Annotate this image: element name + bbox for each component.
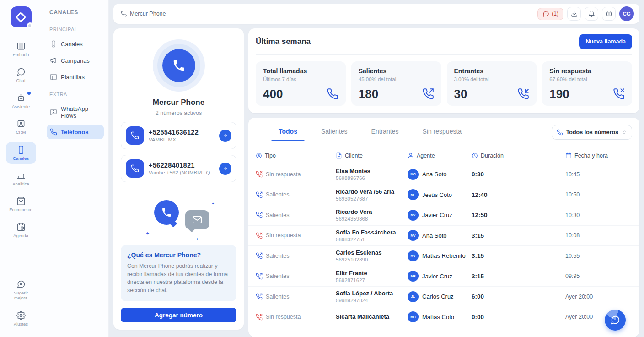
client-name: Sofía Fo Fassárchera (336, 229, 408, 236)
phone-missed-icon (256, 314, 263, 321)
sidebar-item-analitica[interactable]: Analítica (6, 168, 36, 190)
open-number-button[interactable] (219, 163, 231, 175)
sidebar-item-campanas[interactable]: Campañas (47, 53, 104, 68)
client-phone: 5692871627 (336, 277, 408, 283)
table-row[interactable]: Salientes Ricardo Vera /56 arla 56930527… (248, 185, 639, 206)
call-duration: 3:15 (472, 232, 565, 239)
gear-icon (16, 311, 26, 320)
sidebar-item-sugerir-mejora[interactable]: Sugerir mejora (6, 277, 36, 304)
client-name: Ricardo Vera (336, 208, 408, 215)
phone-outgoing-icon (256, 191, 263, 198)
rail-item-label: Asistente (12, 104, 30, 109)
sidebar-section-principal: PRINCIPAL (49, 27, 104, 32)
sidebar-item-label: Plantillas (61, 74, 85, 81)
stat-title: Total llamadas (263, 67, 338, 75)
sidebar-item-agenda[interactable]: Agenda (6, 219, 36, 241)
breadcrumb-label: Mercur Phone (130, 11, 166, 17)
phone-number: +525541636122 (149, 129, 215, 136)
phone-panel: Mercur Phone 2 números activos +52554163… (113, 28, 244, 330)
panel-title: Mercur Phone (153, 98, 204, 107)
template-icon (50, 73, 57, 81)
sidebar-item-canales[interactable]: Canales (6, 142, 36, 164)
agent-name: Carlos Cruz (422, 293, 454, 300)
stat-title: Entrantes (454, 67, 530, 75)
rail-item-label: Canales (13, 156, 29, 161)
chat-fab-button[interactable] (605, 310, 626, 331)
stat-value: 180 (359, 88, 378, 100)
sidebar-item-canales-sub[interactable]: Canales (47, 37, 104, 51)
tab-todos[interactable]: Todos (267, 123, 309, 141)
table-row[interactable]: Salientes Sofía López / Aborta 599892978… (248, 287, 639, 307)
table-row[interactable]: Sin respuesta Sofía Fo Fassárchera 56983… (248, 226, 639, 246)
phone-icon (557, 129, 563, 136)
client-name: Carlos Escienas (336, 249, 408, 256)
user-icon (408, 152, 414, 159)
add-number-button[interactable]: Agregar número (121, 308, 236, 322)
table-row[interactable]: Salientes Elitr Frante 5692871627 ME Jav… (248, 266, 639, 287)
client-phone: 56925102890 (336, 257, 408, 262)
rail-item-label: Ajustes (14, 321, 28, 326)
table-row[interactable]: Salientes Ricardo Vera 56924359868 MV Ja… (248, 205, 639, 226)
chevron-up-down-icon (622, 130, 627, 135)
tab-sin-respuesta[interactable]: Sin respuesta (411, 123, 474, 141)
call-duration: 3:15 (472, 252, 565, 259)
call-datetime: 10:45 (565, 171, 632, 178)
sparkle-icon: ✦ (212, 202, 215, 206)
download-button[interactable] (567, 7, 581, 21)
filter-label: Todos los números (566, 129, 618, 136)
user-avatar[interactable]: CG (619, 6, 634, 21)
agent-name: Matías Coto (422, 314, 454, 321)
sidebar-item-chat[interactable]: Chat (6, 64, 36, 86)
stat-title: Salientes (359, 67, 434, 75)
table-row[interactable]: Salientes Carlos Escienas 56925102890 MV… (248, 246, 639, 266)
phone-missed-icon (256, 232, 263, 239)
calls-tabs: Todos Salientes Entrantes Sin respuesta (256, 123, 492, 141)
tab-salientes[interactable]: Salientes (309, 123, 360, 141)
sidebar-item-ecommerce[interactable]: Ecommerce (6, 193, 36, 215)
agent-avatar: ME (408, 189, 419, 200)
phone-icon (327, 88, 338, 100)
sidebar-item-telefonos[interactable]: Teléfonos (47, 125, 104, 139)
alert-bubble-icon (542, 11, 549, 17)
client-phone: 59989297824 (336, 298, 408, 303)
sidebar-item-plantillas[interactable]: Plantillas (47, 70, 104, 84)
phone-number-card[interactable]: +525541636122 VAMBE MX (121, 122, 236, 149)
call-type-label: Salientes (266, 253, 289, 259)
call-duration: 0:30 (472, 171, 565, 178)
stat-subtitle: 67.60% del total (549, 76, 625, 82)
agent-avatar: JL (408, 291, 419, 302)
table-row[interactable]: Sin respuesta Sícarta Malicanieta MC Mat… (248, 307, 639, 328)
sidebar-item-crm[interactable]: CRM (6, 116, 36, 138)
channels-sidebar: CANALES PRINCIPAL Canales Campañas Plant… (42, 0, 109, 337)
phone-number-card[interactable]: +56228401821 Vambe +562 (NOMBRE Q (121, 155, 236, 182)
tab-entrantes[interactable]: Entrantes (360, 123, 411, 141)
assistant-bot-button[interactable] (602, 7, 616, 21)
call-type-label: Salientes (266, 212, 289, 218)
target-icon (256, 152, 262, 159)
sidebar-item-embudo[interactable]: Embudo (6, 38, 36, 60)
sidebar-item-label: Teléfonos (61, 129, 88, 136)
table-row[interactable]: Sin respuesta Elsa Montes 5698896766 MC … (248, 164, 639, 185)
notifications-button[interactable] (585, 7, 598, 21)
stat-subtitle: 3.00% del total (454, 76, 530, 82)
stat-card-entrantes: Entrantes 3.00% del total 30 (447, 61, 537, 106)
agent-name: Javier Cruz (422, 273, 452, 280)
agent-avatar: MV (408, 210, 419, 221)
sidebar-item-whatsapp-flows[interactable]: WhatsApp Flows (47, 102, 104, 123)
call-datetime: 09:95 (565, 273, 632, 279)
client-phone: 56930527687 (336, 196, 408, 201)
icon-rail: Embudo Chat Asistente CRM Canales Analít… (0, 0, 42, 337)
rail-item-label: Embudo (13, 52, 29, 57)
open-number-button[interactable] (219, 130, 231, 142)
phone-outgoing-icon (256, 212, 263, 218)
logo-status-badge (27, 22, 33, 28)
agent-avatar: MC (408, 169, 419, 180)
sidebar-item-ajustes[interactable]: Ajustes (6, 308, 36, 330)
funnel-board-icon (16, 42, 26, 51)
new-call-button[interactable]: Nueva llamada (579, 34, 632, 49)
alert-badge[interactable]: (1) (537, 8, 564, 20)
app-logo[interactable] (11, 6, 32, 27)
sidebar-item-asistente[interactable]: Asistente (6, 90, 36, 112)
sidebar-section-extra: EXTRA (49, 92, 104, 97)
numbers-filter-dropdown[interactable]: Todos los números (552, 125, 632, 140)
